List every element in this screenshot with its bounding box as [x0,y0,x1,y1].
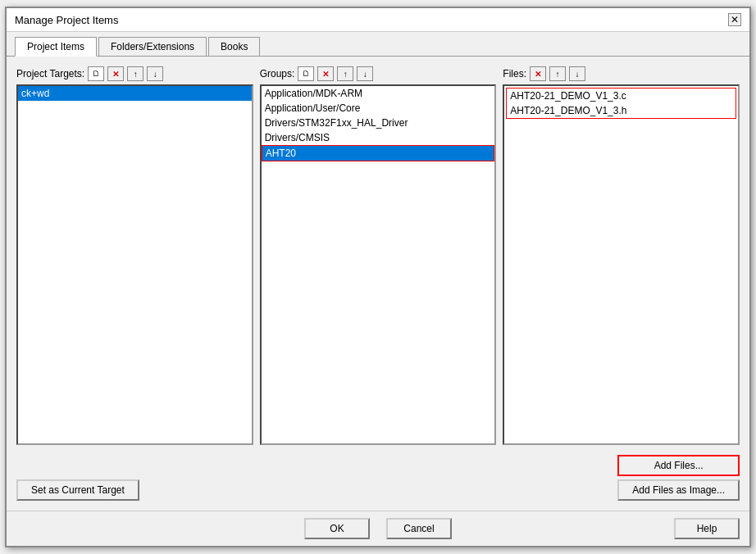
bottom-right: Add Files... Add Files as Image... [617,455,740,501]
ok-button[interactable]: OK [304,518,370,539]
files-delete-icon[interactable]: ✕ [530,66,546,81]
files-down-icon[interactable]: ↓ [569,66,585,81]
divider-2 [496,66,503,445]
project-targets-header: Project Targets: 🗋 ✕ ↑ ↓ [16,66,253,81]
dialog-title: Manage Project Items [15,14,118,26]
project-targets-down-icon[interactable]: ↓ [147,66,163,81]
list-item[interactable]: Drivers/CMSIS [262,130,495,145]
groups-header: Groups: 🗋 ✕ ↑ ↓ [260,66,497,81]
tab-bar: Project Items Folders/Extensions Books [7,32,749,57]
groups-panel: Groups: 🗋 ✕ ↑ ↓ Application/MDK-ARM Appl… [260,66,497,445]
dialog-buttons: OK Cancel Help [7,511,749,546]
files-header: Files: ✕ ↑ ↓ [503,66,740,81]
list-item[interactable]: AHT20-21_DEMO_V1_3.h [507,103,736,118]
manage-project-dialog: Manage Project Items ✕ Project Items Fol… [5,7,751,547]
title-bar: Manage Project Items ✕ [7,8,749,32]
bottom-section: Set as Current Target Add Files... Add F… [16,452,740,501]
files-list[interactable]: AHT20-21_DEMO_V1_3.c AHT20-21_DEMO_V1_3.… [503,84,740,445]
help-container: Help [452,518,740,539]
close-button[interactable]: ✕ [728,13,741,26]
main-content: Project Targets: 🗋 ✕ ↑ ↓ ck+wd Groups: [7,57,749,511]
set-as-current-target-button[interactable]: Set as Current Target [16,479,139,501]
dialog-buttons-center: OK Cancel [304,518,452,539]
add-files-button[interactable]: Add Files... [617,455,740,476]
cancel-button[interactable]: Cancel [386,518,452,539]
project-targets-label: Project Targets: [16,68,84,79]
spacer-left [16,518,304,539]
project-targets-delete-icon[interactable]: ✕ [107,66,124,81]
groups-list[interactable]: Application/MDK-ARM Application/User/Cor… [260,84,497,445]
tab-folders-extensions[interactable]: Folders/Extensions [98,37,207,56]
list-item[interactable]: Drivers/STM32F1xx_HAL_Driver [262,116,495,130]
files-up-icon[interactable]: ↑ [549,66,566,81]
project-targets-list[interactable]: ck+wd [16,84,253,445]
groups-delete-icon[interactable]: ✕ [317,66,334,81]
tab-books[interactable]: Books [208,37,260,56]
list-item[interactable]: Application/MDK-ARM [262,86,495,101]
list-item[interactable]: Application/User/Core [262,101,495,116]
files-label: Files: [503,68,526,79]
list-item-aht20[interactable]: AHT20 [262,145,495,161]
groups-up-icon[interactable]: ↑ [337,66,353,81]
divider-1 [253,66,260,445]
list-item[interactable]: AHT20-21_DEMO_V1_3.c [507,89,736,103]
project-targets-panel: Project Targets: 🗋 ✕ ↑ ↓ ck+wd [16,66,253,445]
project-targets-new-icon[interactable]: 🗋 [88,66,104,81]
files-highlighted-group: AHT20-21_DEMO_V1_3.c AHT20-21_DEMO_V1_3.… [506,88,736,119]
groups-label: Groups: [260,68,295,79]
files-panel: Files: ✕ ↑ ↓ AHT20-21_DEMO_V1_3.c AHT20-… [503,66,740,445]
panels-container: Project Targets: 🗋 ✕ ↑ ↓ ck+wd Groups: [16,66,740,445]
tab-project-items[interactable]: Project Items [15,37,97,57]
add-files-image-button[interactable]: Add Files as Image... [617,479,740,501]
bottom-left: Set as Current Target [16,479,139,501]
list-item[interactable]: ck+wd [18,86,252,101]
project-targets-up-icon[interactable]: ↑ [127,66,143,81]
groups-down-icon[interactable]: ↓ [357,66,373,81]
groups-new-icon[interactable]: 🗋 [298,66,314,81]
help-button[interactable]: Help [674,518,740,539]
